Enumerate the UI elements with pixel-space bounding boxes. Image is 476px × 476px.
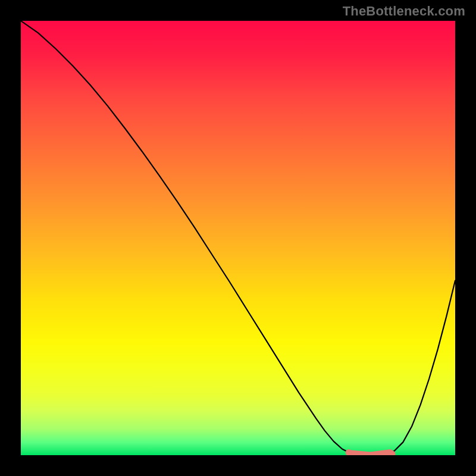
bottleneck-curve-svg <box>21 21 455 455</box>
bottleneck-curve <box>21 21 455 455</box>
chart-root: TheBottleneck.com <box>0 0 476 476</box>
curve-floor-highlight <box>351 453 390 455</box>
watermark-text: TheBottleneck.com <box>343 4 465 19</box>
